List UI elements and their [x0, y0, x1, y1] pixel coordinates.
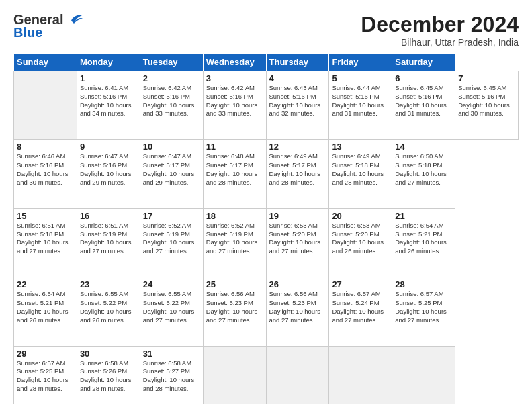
day-info: Sunrise: 6:56 AM Sunset: 5:23 PM Dayligh… [269, 290, 326, 324]
day-info: Sunrise: 6:58 AM Sunset: 5:26 PM Dayligh… [80, 359, 137, 394]
table-row: 7 Sunrise: 6:45 AM Sunset: 5:16 PM Dayli… [455, 71, 519, 140]
day-info: Sunrise: 6:55 AM Sunset: 5:22 PM Dayligh… [80, 290, 137, 324]
day-info: Sunrise: 6:54 AM Sunset: 5:21 PM Dayligh… [395, 222, 452, 256]
table-row: 20 Sunrise: 6:53 AM Sunset: 5:20 PM Dayl… [329, 208, 392, 277]
day-number: 31 [143, 349, 200, 359]
day-number: 14 [395, 142, 452, 152]
table-row: 22 Sunrise: 6:54 AM Sunset: 5:21 PM Dayl… [14, 277, 77, 346]
day-number: 15 [17, 211, 74, 221]
day-info: Sunrise: 6:47 AM Sunset: 5:16 PM Dayligh… [80, 152, 137, 187]
logo: General Blue [13, 12, 83, 40]
table-row: 26 Sunrise: 6:56 AM Sunset: 5:23 PM Dayl… [266, 277, 329, 346]
day-info: Sunrise: 6:49 AM Sunset: 5:17 PM Dayligh… [269, 152, 326, 187]
day-info: Sunrise: 6:41 AM Sunset: 5:16 PM Dayligh… [80, 84, 137, 118]
day-number: 10 [143, 142, 200, 152]
day-number: 13 [332, 142, 389, 152]
table-row: 16 Sunrise: 6:51 AM Sunset: 5:19 PM Dayl… [77, 208, 140, 277]
day-number: 22 [17, 279, 74, 289]
table-row: 27 Sunrise: 6:57 AM Sunset: 5:24 PM Dayl… [329, 277, 392, 346]
day-number: 21 [395, 211, 452, 221]
table-row: 1 Sunrise: 6:41 AM Sunset: 5:16 PM Dayli… [77, 71, 140, 140]
table-row: 10 Sunrise: 6:47 AM Sunset: 5:17 PM Dayl… [140, 140, 203, 208]
table-row: 11 Sunrise: 6:48 AM Sunset: 5:17 PM Dayl… [203, 140, 266, 208]
table-row: 9 Sunrise: 6:47 AM Sunset: 5:16 PM Dayli… [77, 140, 140, 208]
page: General Blue December 2024 Bilhaur, Utta… [0, 0, 532, 411]
table-row: 23 Sunrise: 6:55 AM Sunset: 5:22 PM Dayl… [77, 277, 140, 346]
day-info: Sunrise: 6:53 AM Sunset: 5:20 PM Dayligh… [332, 222, 389, 256]
day-number: 25 [206, 279, 263, 289]
day-info: Sunrise: 6:54 AM Sunset: 5:21 PM Dayligh… [17, 290, 74, 324]
table-row [392, 346, 455, 404]
day-info: Sunrise: 6:47 AM Sunset: 5:17 PM Dayligh… [143, 152, 200, 187]
day-info: Sunrise: 6:55 AM Sunset: 5:22 PM Dayligh… [143, 290, 200, 324]
day-info: Sunrise: 6:52 AM Sunset: 5:19 PM Dayligh… [206, 222, 263, 256]
table-row: 17 Sunrise: 6:52 AM Sunset: 5:19 PM Dayl… [140, 208, 203, 277]
day-info: Sunrise: 6:52 AM Sunset: 5:19 PM Dayligh… [143, 222, 200, 256]
table-row: 28 Sunrise: 6:57 AM Sunset: 5:25 PM Dayl… [392, 277, 455, 346]
day-info: Sunrise: 6:42 AM Sunset: 5:16 PM Dayligh… [143, 84, 200, 118]
day-number: 30 [80, 349, 137, 359]
table-row: 4 Sunrise: 6:43 AM Sunset: 5:16 PM Dayli… [266, 71, 329, 140]
day-number: 8 [17, 142, 74, 152]
col-thursday: Thursday [266, 54, 329, 71]
table-row [203, 346, 266, 404]
day-info: Sunrise: 6:45 AM Sunset: 5:16 PM Dayligh… [395, 84, 452, 118]
table-row: 21 Sunrise: 6:54 AM Sunset: 5:21 PM Dayl… [392, 208, 455, 277]
table-row: 19 Sunrise: 6:53 AM Sunset: 5:20 PM Dayl… [266, 208, 329, 277]
table-row [14, 71, 77, 140]
table-row: 12 Sunrise: 6:49 AM Sunset: 5:17 PM Dayl… [266, 140, 329, 208]
col-sunday: Sunday [14, 54, 77, 71]
day-info: Sunrise: 6:51 AM Sunset: 5:19 PM Dayligh… [80, 222, 137, 256]
header-row: Sunday Monday Tuesday Wednesday Thursday… [14, 54, 519, 71]
day-info: Sunrise: 6:57 AM Sunset: 5:24 PM Dayligh… [332, 290, 389, 324]
day-number: 4 [269, 73, 326, 83]
table-row: 14 Sunrise: 6:50 AM Sunset: 5:18 PM Dayl… [392, 140, 455, 208]
day-info: Sunrise: 6:53 AM Sunset: 5:20 PM Dayligh… [269, 222, 326, 256]
day-number: 24 [143, 279, 200, 289]
month-title: December 2024 [361, 12, 519, 37]
day-info: Sunrise: 6:48 AM Sunset: 5:17 PM Dayligh… [206, 152, 263, 187]
col-wednesday: Wednesday [203, 54, 266, 71]
day-info: Sunrise: 6:49 AM Sunset: 5:18 PM Dayligh… [332, 152, 389, 187]
location: Bilhaur, Uttar Pradesh, India [361, 37, 519, 48]
day-number: 1 [80, 73, 137, 83]
day-info: Sunrise: 6:45 AM Sunset: 5:16 PM Dayligh… [458, 84, 515, 118]
day-info: Sunrise: 6:46 AM Sunset: 5:16 PM Dayligh… [17, 152, 74, 187]
table-row [266, 346, 329, 404]
day-info: Sunrise: 6:58 AM Sunset: 5:27 PM Dayligh… [143, 359, 200, 394]
col-saturday: Saturday [392, 54, 455, 71]
logo-bird-icon [64, 11, 83, 26]
table-row [329, 346, 392, 404]
day-number: 29 [17, 349, 74, 359]
day-number: 12 [269, 142, 326, 152]
day-number: 6 [395, 73, 452, 83]
table-row: 15 Sunrise: 6:51 AM Sunset: 5:18 PM Dayl… [14, 208, 77, 277]
day-number: 5 [332, 73, 389, 83]
day-number: 11 [206, 142, 263, 152]
calendar: Sunday Monday Tuesday Wednesday Thursday… [13, 53, 519, 404]
day-info: Sunrise: 6:42 AM Sunset: 5:16 PM Dayligh… [206, 84, 263, 118]
day-number: 16 [80, 211, 137, 221]
table-row: 5 Sunrise: 6:44 AM Sunset: 5:16 PM Dayli… [329, 71, 392, 140]
table-row: 2 Sunrise: 6:42 AM Sunset: 5:16 PM Dayli… [140, 71, 203, 140]
day-number: 27 [332, 279, 389, 289]
table-row: 31 Sunrise: 6:58 AM Sunset: 5:27 PM Dayl… [140, 346, 203, 404]
day-number: 19 [269, 211, 326, 221]
table-row: 8 Sunrise: 6:46 AM Sunset: 5:16 PM Dayli… [14, 140, 77, 208]
title-block: December 2024 Bilhaur, Uttar Pradesh, In… [361, 12, 519, 48]
day-number: 2 [143, 73, 200, 83]
day-number: 28 [395, 279, 452, 289]
day-info: Sunrise: 6:43 AM Sunset: 5:16 PM Dayligh… [269, 84, 326, 118]
day-info: Sunrise: 6:56 AM Sunset: 5:23 PM Dayligh… [206, 290, 263, 324]
col-monday: Monday [77, 54, 140, 71]
table-row: 13 Sunrise: 6:49 AM Sunset: 5:18 PM Dayl… [329, 140, 392, 208]
logo-blue: Blue [13, 25, 42, 40]
table-row: 24 Sunrise: 6:55 AM Sunset: 5:22 PM Dayl… [140, 277, 203, 346]
table-row: 3 Sunrise: 6:42 AM Sunset: 5:16 PM Dayli… [203, 71, 266, 140]
day-info: Sunrise: 6:57 AM Sunset: 5:25 PM Dayligh… [395, 290, 452, 324]
day-number: 23 [80, 279, 137, 289]
day-number: 9 [80, 142, 137, 152]
day-info: Sunrise: 6:51 AM Sunset: 5:18 PM Dayligh… [17, 222, 74, 256]
day-number: 26 [269, 279, 326, 289]
day-number: 3 [206, 73, 263, 83]
